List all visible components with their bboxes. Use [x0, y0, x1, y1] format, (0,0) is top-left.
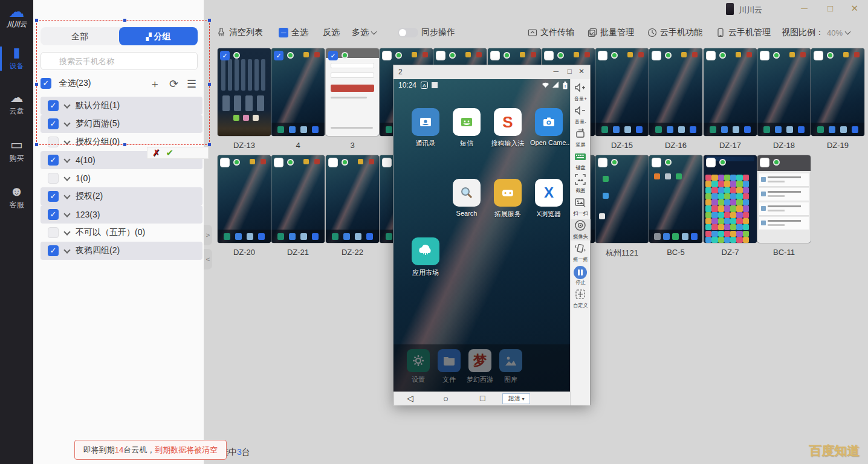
toolbar-select-all[interactable]: ─ 全选 [279, 27, 308, 38]
phone-window-titlebar[interactable]: 2 ─ □ ✕ [394, 65, 590, 79]
app-search-app[interactable]: Search [448, 179, 485, 217]
invert-select-button[interactable]: 反选 [323, 27, 340, 38]
device-card[interactable] [649, 155, 702, 243]
group-checkbox[interactable]: ✓ [48, 155, 59, 166]
device-checkbox[interactable] [652, 51, 661, 60]
maximize-button[interactable]: □ [828, 4, 833, 13]
app-sms[interactable]: 短信 [448, 108, 485, 148]
group-checkbox[interactable]: ✓ [48, 191, 59, 202]
sidebar-item-devices[interactable]: ▮ 设备 [0, 45, 33, 71]
tool-custom[interactable]: 自定义 [571, 288, 591, 309]
multi-select-button[interactable]: 多选 [352, 27, 376, 38]
group-checkbox[interactable]: ✓ [48, 209, 59, 220]
tool-volume-minus[interactable]: 音量- [571, 105, 591, 126]
group-checkbox[interactable] [48, 227, 59, 238]
device-card[interactable] [704, 155, 757, 243]
group-row[interactable]: ✓夜鸦四组(2) [40, 242, 202, 260]
device-checkbox[interactable] [274, 158, 283, 167]
device-card[interactable] [595, 48, 649, 136]
device-checkbox[interactable] [436, 51, 445, 60]
device-checkbox[interactable] [328, 158, 338, 167]
tool-scan[interactable]: 扫一扫 [571, 196, 591, 218]
device-card[interactable] [704, 48, 757, 136]
phone-maximize-button[interactable]: □ [568, 67, 572, 76]
device-card[interactable] [757, 155, 811, 243]
search-input[interactable] [40, 52, 198, 70]
quality-select[interactable]: 超清 ▾ [502, 393, 530, 404]
file-transfer-button[interactable]: 文件传输 [528, 27, 574, 38]
device-checkbox[interactable]: ✓ [220, 51, 230, 60]
group-row[interactable]: ✓默认分组(1) [40, 97, 202, 115]
group-checkbox[interactable] [48, 137, 59, 147]
device-checkbox[interactable] [814, 51, 823, 60]
app-x-browser[interactable]: XX浏览器 [530, 179, 568, 219]
device-card[interactable]: ✓ [218, 48, 271, 136]
tool-shake[interactable]: 摇一摇 [571, 242, 591, 263]
toggle-off-icon[interactable] [398, 28, 418, 37]
device-checkbox[interactable] [382, 158, 392, 167]
device-card[interactable] [811, 48, 864, 136]
sort-groups-icon[interactable]: ☰ [187, 78, 196, 90]
device-checkbox[interactable]: ✓ [274, 51, 283, 60]
sidebar-item-purchase[interactable]: ▭ 购买 [0, 138, 33, 164]
phone-minimize-button[interactable]: ─ [553, 67, 559, 76]
group-row[interactable]: ✓授权(2) [40, 187, 202, 205]
view-scale-select[interactable]: 视图比例： 40% [782, 27, 850, 38]
marquee-confirm-icon[interactable]: ✔ [166, 147, 174, 158]
device-checkbox[interactable]: ✓ [328, 51, 338, 60]
device-card[interactable] [218, 155, 271, 243]
tool-rotate-screen[interactable]: 竖屏 [571, 127, 591, 149]
group-row[interactable]: 不可以（五开）(0) [40, 224, 202, 242]
phone-screen[interactable]: 10:24 A ! 通讯录短信S搜狗输入法Open Came..Search拓展… [394, 79, 571, 392]
panel-collapse-chevron[interactable]: < [204, 249, 212, 269]
device-card[interactable] [326, 155, 379, 243]
tab-groups[interactable]: ▞分组 [119, 27, 198, 45]
refresh-groups-icon[interactable]: ⟳ [169, 78, 178, 90]
group-row[interactable]: ✓梦幻西游(5) [40, 115, 202, 133]
group-row[interactable]: 1(0) [40, 169, 202, 187]
app-extend-service[interactable]: 拓展服务 [489, 179, 526, 219]
device-checkbox[interactable] [760, 158, 769, 167]
close-button[interactable]: ✕ [850, 4, 858, 13]
tool-volume-plus[interactable]: 音量+ [571, 82, 591, 103]
sidebar-item-cloud-disk[interactable]: ☁ 云盘 [0, 91, 33, 117]
app-app-market[interactable]: 应用市场 [407, 237, 444, 277]
batch-manage-button[interactable]: 批量管理 [588, 27, 634, 38]
device-checkbox[interactable] [652, 158, 661, 167]
group-checkbox[interactable]: ✓ [48, 100, 59, 111]
android-back-icon[interactable]: ◁ [407, 393, 413, 403]
tool-stop[interactable]: 停止 [571, 265, 591, 286]
group-checkbox[interactable]: ✓ [48, 118, 59, 129]
tool-camera[interactable]: 摄像头 [571, 219, 591, 240]
device-checkbox[interactable] [706, 158, 716, 167]
tool-keyboard[interactable]: 键盘 [571, 150, 591, 172]
device-checkbox[interactable] [544, 51, 554, 60]
select-all-checkbox[interactable]: ✓ [40, 78, 51, 89]
device-checkbox[interactable] [598, 51, 607, 60]
app-contacts[interactable]: 通讯录 [407, 108, 444, 148]
device-card[interactable] [271, 155, 325, 243]
panel-expand-chevron[interactable]: > [204, 225, 212, 245]
group-row[interactable]: ✓123(3) [40, 205, 202, 224]
android-home-icon[interactable]: ○ [443, 393, 449, 404]
cloud-features-button[interactable]: 云手机功能 [647, 27, 702, 38]
clear-list-button[interactable]: 清空列表 [216, 27, 263, 38]
marquee-cancel-icon[interactable]: ✗ [152, 147, 160, 158]
device-checkbox[interactable] [760, 51, 769, 60]
device-card[interactable] [649, 48, 702, 136]
phone-close-button[interactable]: ✕ [578, 67, 585, 76]
add-group-icon[interactable]: ＋ [149, 78, 160, 90]
minimize-button[interactable]: ─ [801, 4, 808, 13]
group-checkbox[interactable]: ✓ [48, 245, 59, 256]
device-card[interactable]: ✓ [326, 48, 379, 136]
expiry-notice[interactable]: 即将到期14台云机，到期数据将被清空 [74, 440, 227, 460]
device-checkbox[interactable] [598, 158, 607, 167]
app-camera-app[interactable]: Open Came.. [530, 108, 568, 146]
device-card[interactable] [595, 155, 649, 243]
android-recents-icon[interactable]: □ [480, 393, 485, 403]
tab-all[interactable]: 全部 [40, 27, 119, 45]
app-sogou-input[interactable]: S搜狗输入法 [489, 108, 526, 148]
group-checkbox[interactable] [48, 173, 59, 184]
device-checkbox[interactable] [382, 51, 392, 60]
device-card[interactable]: ✓ [271, 48, 325, 136]
